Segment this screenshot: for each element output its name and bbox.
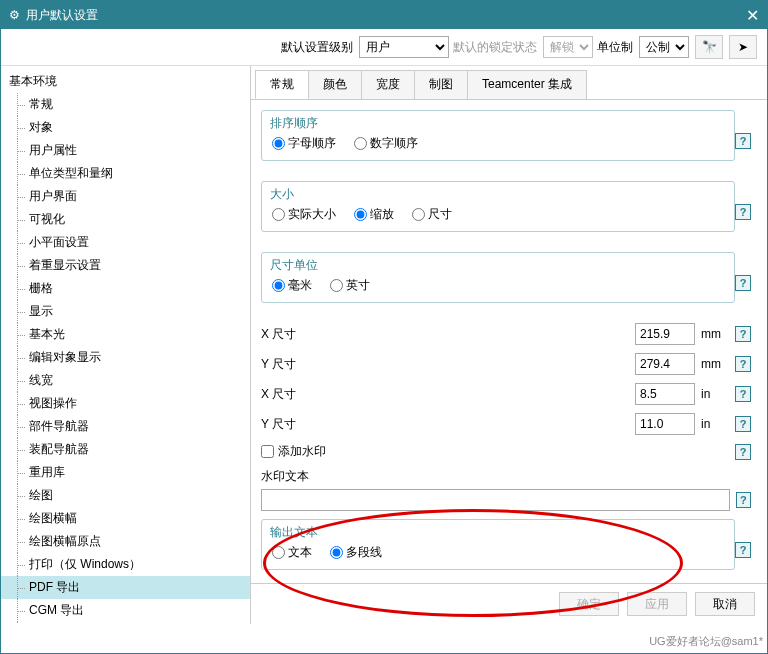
lock-select: 解锁 — [543, 36, 593, 58]
sidebar-item[interactable]: 绘图横幅 — [1, 507, 250, 530]
unit-label: 单位制 — [597, 39, 633, 56]
sidebar-item[interactable]: 显示 — [1, 300, 250, 323]
y-mm-label: Y 尺寸 — [261, 356, 321, 373]
help-icon[interactable]: ? — [736, 492, 751, 508]
sidebar-item[interactable]: 重用库 — [1, 461, 250, 484]
sidebar-item[interactable]: 打印（仅 Windows） — [1, 553, 250, 576]
ok-button: 确定 — [559, 592, 619, 616]
content: 排序顺序 字母顺序 数字顺序 ? 大小 实际大小 缩放 — [251, 100, 767, 583]
cancel-button[interactable]: 取消 — [695, 592, 755, 616]
tab[interactable]: 常规 — [255, 70, 309, 99]
size-group: 大小 实际大小 缩放 尺寸 — [261, 181, 735, 232]
help-icon[interactable]: ? — [735, 326, 751, 342]
help-icon[interactable]: ? — [735, 275, 751, 291]
sidebar-item[interactable]: 绘图横幅原点 — [1, 530, 250, 553]
help-icon[interactable]: ? — [735, 542, 751, 558]
size-dim[interactable]: 尺寸 — [412, 206, 452, 223]
binoculars-icon[interactable]: 🔭 — [695, 35, 723, 59]
titlebar: ⚙ 用户默认设置 ✕ — [1, 1, 767, 29]
watermark-text-label: 水印文本 — [261, 468, 751, 485]
sidebar-item[interactable]: 用户属性 — [1, 139, 250, 162]
sort-alpha[interactable]: 字母顺序 — [272, 135, 336, 152]
unit-mm[interactable]: 毫米 — [272, 277, 312, 294]
tab[interactable]: 宽度 — [361, 70, 415, 99]
footer: 确定 应用 取消 — [251, 583, 767, 624]
sidebar-item[interactable]: 用户界面 — [1, 185, 250, 208]
size-actual[interactable]: 实际大小 — [272, 206, 336, 223]
level-select[interactable]: 用户 — [359, 36, 449, 58]
help-icon[interactable]: ? — [735, 133, 751, 149]
sort-num[interactable]: 数字顺序 — [354, 135, 418, 152]
level-label: 默认设置级别 — [281, 39, 353, 56]
x-in-input[interactable] — [635, 383, 695, 405]
y-in-label: Y 尺寸 — [261, 416, 321, 433]
sidebar-item[interactable]: 栅格 — [1, 277, 250, 300]
add-watermark[interactable]: 添加水印 — [261, 443, 729, 460]
lock-label: 默认的锁定状态 — [453, 39, 537, 56]
help-icon[interactable]: ? — [735, 204, 751, 220]
x-in-label: X 尺寸 — [261, 386, 321, 403]
sidebar-item[interactable]: JT 文件 — [1, 622, 250, 624]
x-mm-input[interactable] — [635, 323, 695, 345]
help-icon[interactable]: ? — [735, 356, 751, 372]
sidebar-item[interactable]: 着重显示设置 — [1, 254, 250, 277]
sidebar[interactable]: 基本环境 常规对象用户属性单位类型和量纲用户界面可视化小平面设置着重显示设置栅格… — [1, 66, 251, 624]
sidebar-item[interactable]: 对象 — [1, 116, 250, 139]
window-title: 用户默认设置 — [26, 7, 98, 24]
y-in-input[interactable] — [635, 413, 695, 435]
sidebar-item[interactable]: 单位类型和量纲 — [1, 162, 250, 185]
out-text[interactable]: 文本 — [272, 544, 312, 561]
sidebar-item[interactable]: 编辑对象显示 — [1, 346, 250, 369]
sidebar-item[interactable]: 部件导航器 — [1, 415, 250, 438]
sidebar-item[interactable]: PDF 导出 — [1, 576, 250, 599]
sidebar-item[interactable]: 线宽 — [1, 369, 250, 392]
tree-root[interactable]: 基本环境 — [1, 70, 250, 93]
unit-in[interactable]: 英寸 — [330, 277, 370, 294]
output-text-group: 输出文本 文本 多段线 — [261, 519, 735, 570]
unit-select[interactable]: 公制 — [639, 36, 689, 58]
watermark-input[interactable] — [261, 489, 730, 511]
sidebar-item[interactable]: 装配导航器 — [1, 438, 250, 461]
tabs: 常规颜色宽度制图Teamcenter 集成 — [251, 66, 767, 100]
sidebar-item[interactable]: 常规 — [1, 93, 250, 116]
tab[interactable]: 制图 — [414, 70, 468, 99]
help-icon[interactable]: ? — [735, 386, 751, 402]
help-icon[interactable]: ? — [735, 444, 751, 460]
toolbar: 默认设置级别 用户 默认的锁定状态 解锁 单位制 公制 🔭 ➤ — [1, 29, 767, 66]
size-scale[interactable]: 缩放 — [354, 206, 394, 223]
x-mm-label: X 尺寸 — [261, 326, 321, 343]
out-polyline[interactable]: 多段线 — [330, 544, 382, 561]
sidebar-item[interactable]: 可视化 — [1, 208, 250, 231]
sidebar-item[interactable]: 绘图 — [1, 484, 250, 507]
dim-unit-group: 尺寸单位 毫米 英寸 — [261, 252, 735, 303]
sidebar-item[interactable]: 小平面设置 — [1, 231, 250, 254]
sidebar-item[interactable]: CGM 导出 — [1, 599, 250, 622]
apply-button: 应用 — [627, 592, 687, 616]
help-icon[interactable]: ? — [735, 416, 751, 432]
tab[interactable]: Teamcenter 集成 — [467, 70, 587, 99]
pointer-icon[interactable]: ➤ — [729, 35, 757, 59]
sort-group: 排序顺序 字母顺序 数字顺序 — [261, 110, 735, 161]
sidebar-item[interactable]: 基本光 — [1, 323, 250, 346]
sidebar-item[interactable]: 视图操作 — [1, 392, 250, 415]
close-icon[interactable]: ✕ — [746, 6, 759, 25]
gear-icon: ⚙ — [9, 8, 20, 22]
y-mm-input[interactable] — [635, 353, 695, 375]
page-watermark: UG爱好者论坛@sam1* — [649, 634, 763, 649]
tab[interactable]: 颜色 — [308, 70, 362, 99]
